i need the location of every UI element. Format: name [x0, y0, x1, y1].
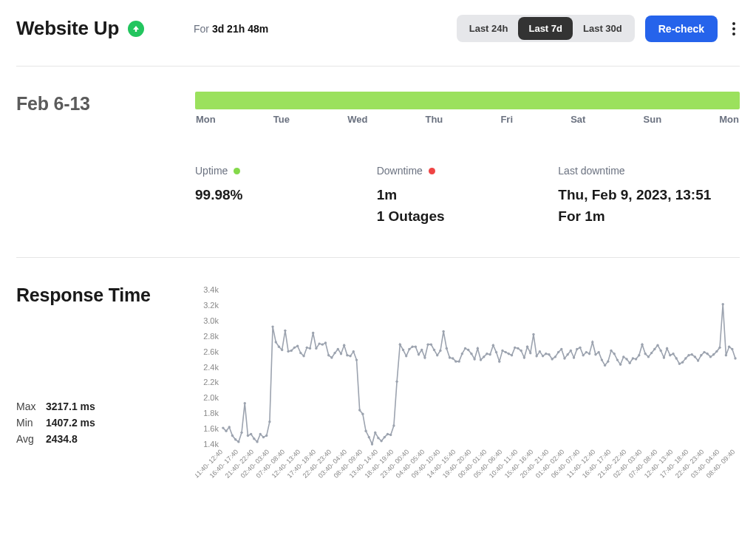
svg-point-95	[483, 355, 485, 358]
svg-point-106	[517, 347, 519, 350]
svg-point-56	[361, 412, 364, 415]
svg-point-123	[570, 350, 572, 352]
svg-point-147	[644, 352, 646, 355]
svg-point-113	[539, 350, 541, 352]
svg-point-35	[296, 344, 299, 347]
day-label: Wed	[347, 114, 367, 125]
svg-point-26	[268, 420, 270, 423]
svg-point-124	[573, 356, 575, 358]
svg-point-176	[734, 357, 736, 359]
svg-point-155	[669, 354, 671, 356]
svg-point-175	[731, 348, 733, 350]
svg-point-59	[371, 443, 373, 445]
time-range-toggle: Last 24hLast 7dLast 30d	[457, 15, 635, 42]
svg-point-24	[262, 436, 265, 438]
svg-point-104	[511, 354, 513, 356]
day-label: Sat	[571, 114, 585, 125]
svg-point-81	[439, 350, 441, 352]
svg-point-107	[520, 350, 522, 352]
svg-point-82	[442, 330, 444, 333]
svg-point-32	[287, 350, 289, 352]
svg-point-45	[327, 354, 330, 356]
svg-point-88	[461, 352, 463, 355]
svg-point-142	[628, 361, 630, 364]
response-time-title: Response Time	[16, 283, 195, 306]
svg-point-72	[411, 345, 413, 347]
day-label: Mon	[719, 114, 739, 125]
svg-point-77	[426, 343, 429, 345]
range-button[interactable]: Last 30d	[573, 17, 633, 40]
uptime-duration: For 3d 21h 48m	[194, 23, 268, 35]
svg-point-43	[321, 343, 324, 345]
svg-point-20	[250, 433, 252, 435]
svg-point-89	[464, 347, 466, 350]
svg-point-96	[486, 352, 488, 355]
svg-point-126	[579, 347, 581, 349]
svg-point-103	[508, 352, 510, 355]
svg-text:2.4k: 2.4k	[203, 362, 219, 371]
day-label: Thu	[425, 114, 443, 125]
last-downtime-stat: Last downtime Thu, Feb 9, 2023, 13:51 Fo…	[558, 165, 740, 228]
svg-point-128	[585, 351, 588, 353]
svg-point-42	[318, 342, 320, 344]
svg-point-162	[691, 353, 693, 355]
svg-point-41	[315, 347, 317, 350]
svg-point-63	[384, 436, 386, 438]
svg-point-51	[346, 354, 348, 356]
svg-point-109	[526, 345, 528, 347]
svg-point-69	[402, 349, 404, 351]
svg-point-75	[420, 349, 423, 351]
svg-point-19	[247, 435, 249, 437]
svg-point-138	[616, 358, 619, 361]
page-title: Website Up	[16, 17, 119, 40]
svg-point-118	[554, 355, 556, 358]
svg-point-46	[330, 356, 333, 358]
svg-point-29	[278, 345, 280, 347]
downtime-stat: Downtime 1m 1 Outages	[377, 165, 559, 228]
svg-point-90	[467, 349, 469, 351]
kebab-menu-icon[interactable]	[728, 18, 740, 40]
svg-text:2.8k: 2.8k	[203, 332, 219, 341]
svg-point-151	[656, 344, 658, 346]
svg-point-172	[722, 303, 724, 305]
response-time-summary: Max 3217.1 ms Min 1407.2 ms Avg 2434.8	[16, 401, 195, 445]
svg-point-121	[563, 357, 565, 359]
svg-point-135	[607, 360, 609, 362]
uptime-timeline-bar	[195, 92, 740, 109]
svg-point-101	[501, 350, 503, 352]
recheck-button[interactable]: Re-check	[645, 16, 718, 42]
svg-point-21	[253, 437, 255, 440]
svg-point-79	[433, 349, 435, 351]
svg-point-13	[228, 426, 231, 428]
svg-point-148	[647, 355, 650, 358]
range-button[interactable]: Last 24h	[459, 17, 519, 40]
svg-point-78	[430, 343, 432, 345]
svg-point-67	[395, 381, 398, 383]
svg-point-31	[284, 330, 286, 332]
svg-point-38	[306, 347, 308, 349]
svg-point-110	[529, 352, 531, 354]
svg-point-60	[374, 432, 376, 434]
svg-point-37	[302, 355, 304, 357]
svg-point-36	[299, 352, 302, 354]
svg-point-116	[548, 353, 550, 355]
svg-point-49	[340, 352, 342, 355]
svg-point-64	[386, 433, 389, 435]
range-button[interactable]: Last 7d	[518, 17, 573, 40]
svg-point-48	[337, 348, 339, 350]
svg-point-33	[290, 350, 293, 352]
svg-text:1.8k: 1.8k	[203, 409, 219, 418]
svg-point-170	[715, 350, 718, 352]
svg-point-171	[718, 347, 721, 349]
svg-point-73	[415, 345, 417, 347]
svg-point-98	[492, 344, 494, 346]
svg-point-80	[436, 354, 438, 356]
uptime-dot-icon	[234, 168, 240, 174]
svg-point-99	[495, 351, 497, 353]
svg-point-30	[281, 349, 283, 351]
svg-point-158	[678, 362, 681, 364]
svg-point-76	[423, 356, 426, 358]
svg-text:3.0k: 3.0k	[203, 316, 219, 325]
svg-point-156	[672, 352, 674, 355]
svg-point-74	[418, 353, 420, 355]
